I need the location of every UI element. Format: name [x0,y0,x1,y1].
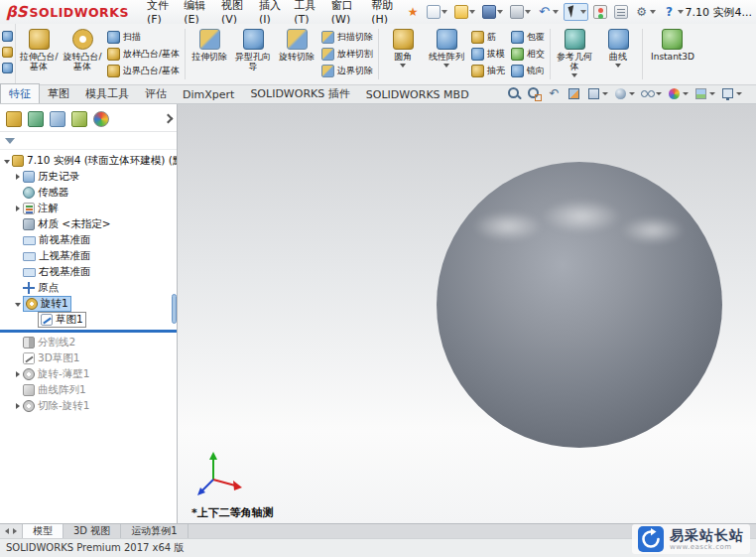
mirror-button[interactable]: 镜向 [511,64,545,78]
tree-item-right-plane[interactable]: 右视基准面 [0,264,177,280]
tree-item-sensors[interactable]: 传感器 [0,185,177,201]
extrude-cut-icon [199,29,220,50]
intersect-button[interactable]: 相交 [511,47,545,62]
boss-stack: 扫描 放样凸台/基体 边界凸台/基体 [104,26,183,82]
watermark-logo-icon [638,526,664,552]
view-orientation-button[interactable] [586,86,608,101]
propertymanager-tab[interactable] [28,111,44,127]
sweep-cut-button[interactable]: 扫描切除 [321,30,373,45]
expander-icon[interactable] [13,299,23,309]
boundary-boss-button[interactable]: 边界凸台/基体 [107,64,180,78]
tree-item-history[interactable]: 历史记录 [0,169,177,185]
zoom-to-area-button[interactable] [527,86,542,101]
tab-dimxpert[interactable]: DimXpert [175,86,242,103]
expander-icon[interactable] [13,172,23,182]
rebuild-button[interactable] [591,3,609,21]
collapsed-feature-icon[interactable] [2,63,13,73]
tab-features[interactable]: 特征 [0,83,40,103]
tab-3d-views[interactable]: 3D 视图 [63,524,121,538]
tree-item-origin[interactable]: 原点 [0,280,177,296]
tab-sketch[interactable]: 草图 [40,84,77,103]
tree-item-part-root[interactable]: 7.10 实例4 (球面立体环建模) (默认<< [0,153,177,169]
section-view-button[interactable] [567,86,581,101]
collapsed-feature-icon[interactable] [2,47,13,58]
edit-appearance-button[interactable] [667,86,689,101]
undo-button[interactable] [536,3,561,21]
tree-item-sketch1[interactable]: 草图1 [0,312,177,328]
tree-item-revolve1[interactable]: 旋转1 [0,296,177,312]
shell-button[interactable]: 抽壳 [471,64,505,78]
display-style-button[interactable] [613,86,635,101]
linear-pattern-icon [437,29,457,50]
hide-show-items-button[interactable] [640,86,662,101]
scroll-right-icon[interactable] [13,528,17,534]
configurationmanager-tab[interactable] [50,111,65,127]
tree-item-label: 旋转-薄壁1 [38,367,89,381]
tab-mold-tools[interactable]: 模具工具 [77,84,137,103]
tree-item-cut-revolve1[interactable]: 切除-旋转1 [0,398,177,414]
select-cursor-button[interactable] [564,3,588,21]
fillet-button[interactable]: 圆角 [381,26,425,68]
options-button[interactable] [633,3,658,21]
loft-cut-button[interactable]: 放样切割 [321,47,373,62]
loft-boss-button[interactable]: 放样凸台/基体 [107,47,180,62]
sweep-cut-icon [321,31,334,44]
hole-wizard-button[interactable]: 异型孔向导 [231,26,275,71]
file-properties-button[interactable] [612,3,630,21]
featuremanager-tab[interactable] [6,111,22,127]
tree-item-front-plane[interactable]: 前视基准面 [0,232,177,248]
expander-icon[interactable] [13,401,23,411]
tab-motion-study1[interactable]: 运动算例1 [121,524,188,538]
tree-item-material[interactable]: 材质 <未指定> [0,216,177,232]
draft-button[interactable]: 拔模 [471,47,505,62]
tab-model[interactable]: 模型 [23,524,63,538]
rollback-bar[interactable] [0,330,177,333]
extrude-cut-button[interactable]: 拉伸切除 [188,26,231,62]
tree-item-revolve-thin1[interactable]: 旋转-薄壁1 [0,366,177,382]
curves-button[interactable]: 曲线 [596,26,640,68]
print-button[interactable] [508,3,533,21]
collapsed-feature-icon[interactable] [2,31,13,42]
revolve-boss-button[interactable]: 旋转凸台/基体 [61,26,104,71]
graphics-viewport[interactable]: *上下二等角轴测 [178,104,756,523]
tree-item-top-plane[interactable]: 上视基准面 [0,248,177,264]
tree-item-3dsketch1[interactable]: 3D草图1 [0,350,177,366]
annotations-icon [23,203,35,214]
panel-splitter-handle[interactable] [172,294,177,324]
view-settings-button[interactable] [720,86,742,101]
tab-solidworks-mbd[interactable]: SOLIDWORKS MBD [358,86,477,103]
boundary-cut-button[interactable]: 边界切除 [321,64,373,78]
title-bar: βS SOLIDWORKS 文件(F) 编辑(E) 视图(V) 插入(I) 工具… [0,0,756,25]
sweep-button[interactable]: 扫描 [107,30,180,45]
reference-geometry-button[interactable]: 参考几何体 [553,26,596,77]
instant3d-button[interactable]: Instant3D [645,26,698,62]
linear-pattern-button[interactable]: 线性阵列 [425,26,468,68]
rib-button[interactable]: 筋 [471,30,505,45]
scroll-left-icon[interactable] [5,528,9,534]
new-document-button[interactable] [425,3,449,21]
curves-icon [608,29,629,50]
save-button[interactable] [480,3,505,21]
zoom-to-fit-button[interactable] [507,86,522,101]
displaymanager-tab[interactable] [93,111,109,127]
expander-icon[interactable] [13,204,23,213]
tab-evaluate[interactable]: 评估 [137,84,175,103]
wrap-button[interactable]: 包覆 [511,30,545,45]
help-question-icon [663,5,677,19]
previous-view-button[interactable] [547,86,562,101]
tree-item-annotations[interactable]: 注解 [0,201,177,216]
tree-item-splitline2[interactable]: 分割线2 [0,335,177,350]
expander-icon[interactable] [13,369,23,379]
dimxpertmanager-tab[interactable] [71,111,87,127]
apply-scene-button[interactable] [693,86,715,101]
tree-filter-bar[interactable] [0,132,177,150]
tree-item-curve-pattern1[interactable]: 曲线阵列1 [0,382,177,398]
extrude-boss-button[interactable]: 拉伸凸台/基体 [17,26,61,71]
expander-icon[interactable] [2,156,12,166]
open-button[interactable] [452,3,477,21]
help-button[interactable] [661,3,686,21]
revolve-cut-button[interactable]: 旋转切除 [275,26,318,62]
panel-flyout-button[interactable] [162,114,172,124]
tab-solidworks-addins[interactable]: SOLIDWORKS 插件 [242,84,357,103]
pin-star-icon[interactable]: ★ [408,5,419,19]
